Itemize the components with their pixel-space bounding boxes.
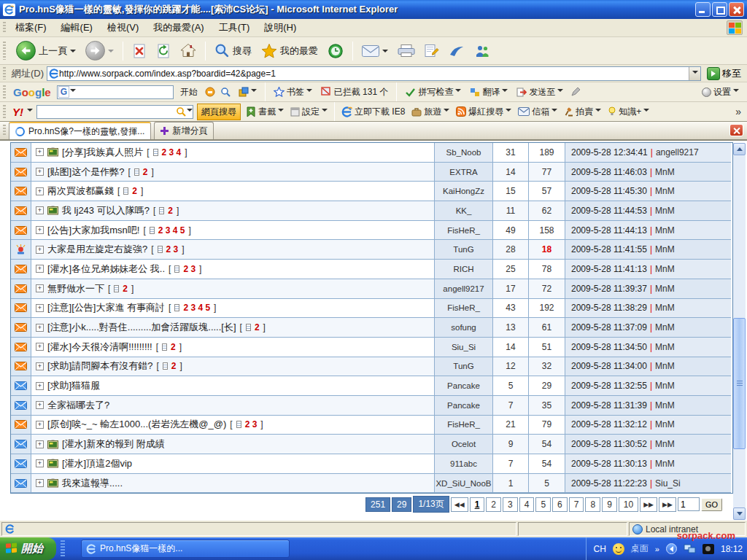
expand-toggle-icon[interactable]: +: [36, 246, 44, 254]
topic-page-links[interactable]: 2: [123, 284, 128, 294]
messenger-button[interactable]: [472, 43, 492, 59]
messenger-smiley-icon[interactable]: [613, 543, 624, 555]
spellcheck-button[interactable]: 拼写检查: [403, 85, 463, 100]
author-link[interactable]: XD_SiU_NooB: [436, 479, 491, 488]
author-link[interactable]: TunG: [453, 362, 473, 370]
last-poster-link[interactable]: Siu_Si: [655, 478, 681, 489]
last-poster-link[interactable]: MnM: [655, 400, 675, 411]
author-link[interactable]: 911abc: [450, 459, 477, 468]
yahoo-logo[interactable]: Y!: [12, 106, 23, 118]
menu-item[interactable]: 檔案(F): [9, 19, 53, 36]
google-g-icon[interactable]: G: [58, 86, 69, 98]
expand-toggle-icon[interactable]: +: [36, 382, 44, 390]
last-poster-link[interactable]: MnM: [655, 459, 675, 469]
expand-toggle-icon[interactable]: +: [36, 206, 44, 214]
google-search-input[interactable]: [76, 87, 173, 97]
expand-toggle-icon[interactable]: +: [36, 324, 44, 332]
page-link[interactable]: 3: [503, 497, 518, 512]
quicklaunch-divider[interactable]: [61, 540, 65, 558]
address-dropdown-button[interactable]: [689, 67, 700, 80]
last-poster-link[interactable]: MnM: [655, 303, 675, 313]
menu-item[interactable]: 編輯(E): [55, 19, 99, 36]
desktop-chevron[interactable]: »: [655, 545, 659, 553]
yahoo-logo-dropdown-icon[interactable]: [27, 109, 33, 114]
last-poster-link[interactable]: MnM: [655, 439, 675, 449]
vertical-scrollbar[interactable]: [733, 143, 746, 520]
scroll-up-button[interactable]: [733, 143, 746, 155]
topic-page-links[interactable]: 2 3: [166, 244, 179, 254]
google-settings-button[interactable]: 设置: [700, 85, 741, 100]
page-link[interactable]: 7: [569, 497, 584, 512]
send-to-button[interactable]: 发送至: [514, 85, 565, 100]
topic-page-links[interactable]: 2 3: [183, 264, 196, 274]
network-icon[interactable]: [684, 544, 696, 554]
author-link[interactable]: FisHeR_: [447, 420, 480, 429]
topic-page-links[interactable]: 2 3 4 5: [183, 303, 210, 313]
edit-button[interactable]: [422, 42, 441, 60]
recorder-tray-icon[interactable]: [703, 544, 714, 554]
topic-title-link[interactable]: [贴图]这个是作弊?: [47, 166, 124, 179]
expand-toggle-icon[interactable]: +: [36, 440, 44, 448]
last-poster-link[interactable]: MnM: [655, 206, 675, 216]
author-link[interactable]: RICH: [453, 265, 473, 273]
refresh-button[interactable]: [154, 42, 173, 61]
tab-active[interactable]: Pro.hnS像?一樣的靈敏,發揮...: [9, 122, 151, 139]
taskbar-window-button[interactable]: Pro.hnS像猫一樣的...: [81, 540, 290, 558]
page-link[interactable]: 10: [619, 497, 638, 512]
topic-title-link[interactable]: [灌水]頂這2個vip: [62, 457, 132, 470]
stop-button[interactable]: [130, 42, 149, 61]
yahoo-magnifier-icon[interactable]: [176, 106, 187, 117]
discuss-button[interactable]: [446, 43, 467, 59]
last-poster-link[interactable]: MnM: [655, 381, 675, 391]
page-link[interactable]: 5: [535, 497, 551, 512]
last-poster-link[interactable]: MnM: [655, 244, 675, 254]
pagerank-icon[interactable]: [204, 86, 216, 98]
expand-toggle-icon[interactable]: +: [36, 304, 44, 312]
hide-icons-button[interactable]: [666, 543, 677, 554]
mail-dropdown-icon[interactable]: [382, 50, 388, 55]
last-poster-link[interactable]: MnM: [655, 225, 675, 236]
toolbar-grip[interactable]: [3, 105, 6, 118]
topic-title-link[interactable]: 無野做水一下: [47, 282, 104, 295]
expand-toggle-icon[interactable]: +: [36, 401, 44, 409]
toolbar-overflow-button[interactable]: »: [735, 106, 741, 117]
toolbar-grip[interactable]: [3, 42, 6, 61]
last-page-button[interactable]: ▶▶: [659, 497, 676, 512]
topic-page-links[interactable]: 2 3: [245, 419, 258, 429]
google-bookmarks-button[interactable]: 书签: [271, 85, 314, 100]
last-poster-link[interactable]: MnM: [655, 361, 675, 371]
page-link[interactable]: 2: [486, 497, 501, 512]
author-link[interactable]: Siu_Si: [452, 343, 476, 351]
page-jump-input[interactable]: [678, 497, 700, 511]
topic-title-link[interactable]: [公告]大家加我msn吧!: [47, 224, 139, 237]
translate-button[interactable]: 翻译: [468, 85, 510, 100]
clock[interactable]: 18:12: [721, 544, 743, 554]
expand-toggle-icon[interactable]: +: [36, 362, 44, 370]
author-link[interactable]: KK_: [456, 206, 472, 215]
topic-title-link[interactable]: 我 lj243 可以入隊嗎?: [62, 204, 150, 217]
last-poster-link[interactable]: MnM: [655, 284, 675, 294]
expand-toggle-icon[interactable]: +: [36, 421, 44, 429]
topic-title-link[interactable]: 我來這報導.....: [62, 477, 123, 490]
back-button[interactable]: 上一頁: [14, 39, 78, 62]
yahoo-search-input[interactable]: [37, 106, 176, 117]
start-button[interactable]: 開始: [0, 537, 56, 560]
topic-title-link[interactable]: [原创]唉~_~ 輸左1000...(岩岩洗左機@_@): [47, 418, 226, 431]
google-addons-button[interactable]: [236, 85, 259, 98]
restore-button[interactable]: [712, 2, 727, 17]
download-ie8-button[interactable]: 立即下載 IE8: [340, 104, 406, 120]
page-link[interactable]: 8: [585, 497, 600, 512]
expand-toggle-icon[interactable]: +: [36, 226, 44, 234]
scroll-down-button[interactable]: [733, 508, 746, 520]
topic-title-link[interactable]: [注意]小k.....對吾住.........加會活躍版塊.....[长]: [47, 321, 236, 334]
expand-toggle-icon[interactable]: +: [36, 265, 44, 273]
page-go-button[interactable]: GO: [701, 498, 722, 511]
last-poster-link[interactable]: MnM: [655, 419, 675, 429]
author-link[interactable]: Ocelot: [452, 440, 476, 448]
page-link[interactable]: 9: [602, 497, 617, 512]
expand-toggle-icon[interactable]: +: [36, 284, 44, 292]
topic-page-links[interactable]: 2 3 4: [162, 147, 182, 158]
topic-page-links[interactable]: 2 3 4 5: [158, 225, 185, 236]
web-search-button[interactable]: 網頁搜尋: [197, 104, 241, 120]
last-poster-link[interactable]: MnM: [655, 342, 675, 352]
